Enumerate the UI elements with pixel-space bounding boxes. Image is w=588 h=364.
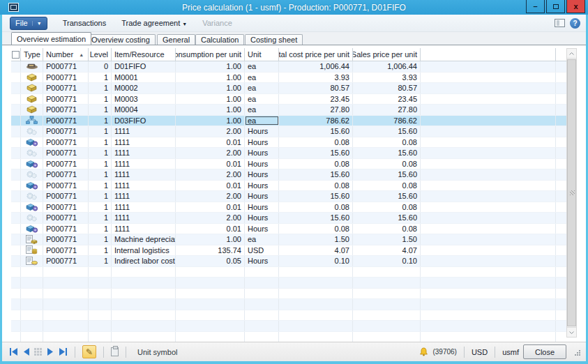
edit-record-button[interactable]: ✎ bbox=[82, 345, 96, 358]
filler-cell[interactable] bbox=[421, 116, 556, 126]
sales-cell[interactable]: 15.60 bbox=[353, 169, 421, 180]
type-cell[interactable] bbox=[21, 245, 43, 256]
company-indicator[interactable]: usmf bbox=[502, 348, 519, 356]
row-selector-cell[interactable] bbox=[11, 234, 21, 245]
total-cell[interactable]: 1,006.44 bbox=[279, 61, 353, 72]
row-selector-cell[interactable] bbox=[11, 73, 21, 83]
type-cell[interactable] bbox=[21, 73, 43, 83]
type-cell[interactable] bbox=[21, 116, 43, 126]
unit-cell[interactable]: Hours bbox=[245, 181, 279, 191]
filler-cell[interactable] bbox=[421, 191, 556, 202]
alerts-bell-icon[interactable] bbox=[419, 347, 428, 356]
minimize-button[interactable]: – bbox=[526, 0, 545, 13]
column-header-unit[interactable]: Unit bbox=[245, 48, 279, 61]
consumption-cell[interactable]: 1.00 bbox=[176, 234, 245, 245]
row-selector-cell[interactable] bbox=[11, 61, 21, 72]
title-bar[interactable]: Price calculation (1 - usmf) - Productio… bbox=[0, 0, 588, 15]
number-cell[interactable]: P000771 bbox=[43, 181, 89, 191]
sales-cell[interactable]: 23.45 bbox=[353, 94, 421, 105]
row-selector-cell[interactable] bbox=[11, 191, 21, 202]
level-cell[interactable]: 1 bbox=[89, 148, 112, 158]
number-cell[interactable]: P000771 bbox=[43, 202, 89, 213]
sales-cell[interactable]: 15.60 bbox=[353, 126, 421, 137]
row-selector-cell[interactable] bbox=[11, 224, 21, 234]
tab-costing-sheet[interactable]: Costing sheet bbox=[245, 34, 303, 45]
maximize-button[interactable] bbox=[546, 0, 565, 13]
total-cell[interactable]: 0.08 bbox=[279, 159, 353, 169]
number-cell[interactable]: P000771 bbox=[43, 148, 89, 158]
close-button[interactable]: Close bbox=[523, 344, 566, 359]
type-cell[interactable] bbox=[21, 169, 43, 180]
filler-cell[interactable] bbox=[421, 73, 556, 83]
number-cell[interactable]: P000771 bbox=[43, 83, 89, 93]
filler-cell[interactable] bbox=[421, 105, 556, 115]
table-row[interactable]: P000771111112.00Hours15.6015.60 bbox=[11, 191, 566, 202]
unit-cell[interactable]: ea bbox=[245, 234, 279, 245]
item-cell[interactable]: D03FIFO bbox=[112, 116, 176, 126]
type-cell[interactable] bbox=[21, 213, 43, 223]
consumption-cell[interactable]: 2.00 bbox=[176, 213, 245, 223]
type-cell[interactable] bbox=[21, 234, 43, 245]
total-cell[interactable]: 0.08 bbox=[279, 137, 353, 148]
total-cell[interactable]: 0.10 bbox=[279, 256, 353, 266]
sales-cell[interactable]: 786.62 bbox=[353, 116, 421, 126]
number-cell[interactable]: P000771 bbox=[43, 105, 89, 115]
next-record-icon[interactable] bbox=[47, 348, 54, 356]
table-row[interactable]: P0007711D03FIFO1.00ea786.62786.62 bbox=[11, 116, 566, 127]
row-selector-cell[interactable] bbox=[11, 169, 21, 180]
item-cell[interactable]: M0003 bbox=[112, 94, 176, 105]
item-cell[interactable]: 1111 bbox=[112, 126, 176, 137]
level-cell[interactable]: 1 bbox=[89, 213, 112, 223]
tab-calculation[interactable]: Calculation bbox=[195, 34, 244, 45]
table-row[interactable]: P000771111112.00Hours15.6015.60 bbox=[11, 126, 566, 137]
currency-indicator[interactable]: USD bbox=[472, 348, 488, 356]
item-cell[interactable]: 1111 bbox=[112, 213, 176, 223]
consumption-cell[interactable]: 2.00 bbox=[176, 148, 245, 158]
resize-grip[interactable] bbox=[573, 349, 580, 356]
filler-cell[interactable] bbox=[421, 94, 556, 105]
filler-cell[interactable] bbox=[421, 202, 556, 213]
item-cell[interactable]: Indirect labor cost bbox=[112, 256, 176, 266]
column-header-total-cost-price-per-unit[interactable]: Total cost price per unit bbox=[279, 48, 353, 61]
scroll-down-icon[interactable] bbox=[567, 327, 576, 337]
sales-cell[interactable]: 1,006.44 bbox=[353, 61, 421, 72]
scroll-up-icon[interactable] bbox=[567, 49, 576, 59]
type-cell[interactable] bbox=[21, 137, 43, 148]
filler-cell[interactable] bbox=[421, 61, 556, 72]
filler-cell[interactable] bbox=[421, 159, 556, 169]
table-row[interactable]: P000771111110.01Hours0.080.08 bbox=[11, 137, 566, 149]
row-selector-cell[interactable] bbox=[11, 256, 21, 266]
scrollbar-thumb[interactable] bbox=[567, 59, 576, 326]
number-cell[interactable]: P000771 bbox=[43, 159, 89, 169]
item-cell[interactable]: 1111 bbox=[112, 181, 176, 191]
sales-cell[interactable]: 3.93 bbox=[353, 73, 421, 83]
total-cell[interactable]: 15.60 bbox=[279, 126, 353, 137]
total-cell[interactable]: 0.08 bbox=[279, 181, 353, 191]
type-cell[interactable] bbox=[21, 181, 43, 191]
select-all-checkbox-cell[interactable] bbox=[11, 48, 21, 61]
total-cell[interactable]: 15.60 bbox=[279, 148, 353, 158]
menu-item-transactions[interactable]: Transactions bbox=[63, 19, 107, 27]
type-cell[interactable] bbox=[21, 61, 43, 72]
type-cell[interactable] bbox=[21, 224, 43, 234]
sales-cell[interactable]: 0.08 bbox=[353, 159, 421, 169]
sales-cell[interactable]: 0.10 bbox=[353, 256, 421, 266]
number-cell[interactable]: P000771 bbox=[43, 191, 89, 202]
tab-general[interactable]: General bbox=[157, 34, 195, 45]
item-cell[interactable]: Internal logistics bbox=[112, 245, 176, 256]
consumption-cell[interactable]: 0.01 bbox=[176, 137, 245, 148]
alert-count[interactable]: (39706) bbox=[432, 348, 456, 356]
consumption-cell[interactable]: 2.00 bbox=[176, 126, 245, 137]
column-header-type[interactable]: Type bbox=[21, 48, 43, 61]
unit-cell[interactable]: ea bbox=[245, 105, 279, 115]
level-cell[interactable]: 1 bbox=[89, 202, 112, 213]
table-row[interactable]: P000771111112.00Hours15.6015.60 bbox=[11, 169, 566, 181]
unit-cell[interactable]: Hours bbox=[245, 256, 279, 266]
sales-cell[interactable]: 4.07 bbox=[353, 245, 421, 256]
row-selector-cell[interactable] bbox=[11, 148, 21, 158]
type-cell[interactable] bbox=[21, 191, 43, 202]
unit-cell[interactable]: Hours bbox=[245, 224, 279, 234]
unit-cell[interactable]: Hours bbox=[245, 191, 279, 202]
sales-cell[interactable]: 15.60 bbox=[353, 213, 421, 223]
type-cell[interactable] bbox=[21, 83, 43, 93]
